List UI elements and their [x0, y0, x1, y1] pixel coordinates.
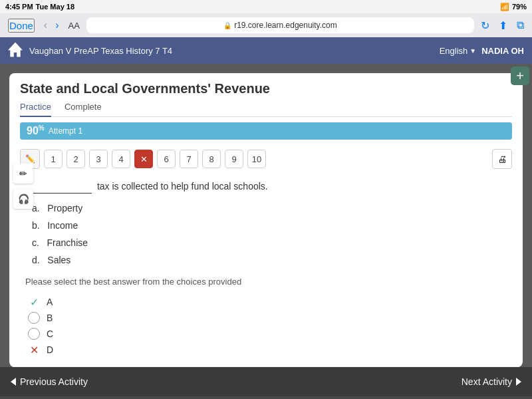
pencil-sidebar-icon: ✏: [19, 168, 27, 179]
audio-sidebar-button[interactable]: 🎧: [13, 189, 33, 209]
question-2-btn[interactable]: 2: [66, 150, 85, 168]
text-size-button[interactable]: AA: [68, 21, 80, 31]
question-text-after-blank: tax is collected to help fund local scho…: [97, 181, 268, 192]
choice-b: b. Income: [32, 219, 507, 233]
course-title: Vaughan V PreAP Texas History 7 T4: [29, 46, 172, 56]
lock-icon: 🔒: [223, 22, 231, 29]
answer-b-label: B: [47, 313, 53, 323]
page-title: State and Local Governments' Revenue: [20, 81, 512, 96]
tabs: Practice Complete: [20, 102, 512, 117]
time-display: 4:45 PM: [5, 3, 33, 11]
answer-c-indicator: [28, 328, 40, 340]
next-activity-label: Next Activity: [462, 376, 512, 387]
back-button[interactable]: ‹: [41, 18, 50, 33]
blank-line: [25, 193, 92, 194]
instruction-text: Please select the best answer from the c…: [25, 277, 507, 287]
answer-d-indicator: ✕: [28, 344, 40, 356]
content-area: + State and Local Governments' Revenue P…: [0, 64, 532, 367]
answer-option-a[interactable]: ✓ A: [28, 296, 507, 308]
prev-activity-label: Previous Activity: [20, 376, 88, 387]
answer-c-label: C: [47, 329, 53, 339]
tab-complete[interactable]: Complete: [65, 102, 102, 117]
browser-bar: Done ‹ › AA 🔒 r19.core.learn.edgenuity.c…: [0, 13, 532, 37]
dropdown-arrow-icon: ▼: [469, 47, 476, 55]
question-5-btn[interactable]: ✕: [134, 150, 153, 168]
status-bar: 4:45 PM Tue May 18 📶 79%: [0, 0, 532, 13]
question-7-btn[interactable]: 7: [180, 150, 198, 168]
print-icon: 🖨: [498, 154, 507, 164]
question-area: tax is collected to help fund local scho…: [9, 173, 523, 362]
question-9-btn[interactable]: 9: [225, 150, 243, 168]
question-6-btn[interactable]: 6: [157, 150, 176, 168]
choice-d: d. Sales: [32, 253, 507, 267]
share-button[interactable]: ⬆: [499, 19, 507, 32]
wifi-icon: 📶: [500, 3, 509, 11]
choice-c: c. Franchise: [32, 236, 507, 250]
question-nav: ✏️ 1 2 3 4 ✕ 6 7 8 9 10 🖨: [9, 145, 523, 173]
address-bar[interactable]: 🔒 r19.core.learn.edgenuity.com: [86, 17, 474, 33]
progress-section: 90% Attempt 1: [9, 117, 523, 145]
print-button[interactable]: 🖨: [492, 149, 512, 169]
choice-a: a. Property: [32, 201, 507, 215]
next-activity-button[interactable]: Next Activity: [462, 376, 521, 387]
answer-options: ✓ A B C ✕ D: [25, 296, 507, 356]
choices-list: a. Property b. Income c. Franchise d. Sa…: [32, 201, 507, 267]
answer-a-label: A: [47, 297, 53, 307]
home-button[interactable]: [8, 43, 23, 59]
next-arrow-icon: [516, 378, 521, 386]
tab-practice[interactable]: Practice: [20, 102, 51, 117]
battery-display: 79%: [512, 3, 527, 11]
submitted-bar: ✓ Submitted: [9, 366, 523, 367]
attempt-label: Attempt 1: [49, 126, 82, 136]
answer-option-b[interactable]: B: [28, 312, 507, 324]
prev-arrow-icon: [11, 378, 16, 386]
url-display: r19.core.learn.edgenuity.com: [234, 21, 337, 30]
refresh-button[interactable]: ↻: [481, 19, 489, 32]
answer-d-label: D: [47, 344, 53, 355]
language-label: English: [440, 46, 468, 56]
answer-a-indicator: ✓: [28, 296, 40, 308]
forward-button[interactable]: ›: [53, 18, 61, 33]
home-icon: [8, 43, 23, 57]
progress-percent: 90%: [27, 124, 45, 137]
answer-option-d[interactable]: ✕ D: [28, 344, 507, 356]
bookmarks-button[interactable]: ⧉: [517, 19, 524, 32]
user-name: NADIA OH: [481, 46, 524, 56]
plus-button[interactable]: +: [511, 66, 529, 85]
question-1-btn[interactable]: 1: [44, 150, 63, 168]
answer-b-indicator: [28, 312, 40, 324]
question-4-btn[interactable]: 4: [112, 150, 130, 168]
main-card: State and Local Governments' Revenue Pra…: [9, 73, 523, 367]
question-8-btn[interactable]: 8: [202, 150, 221, 168]
card-header: State and Local Governments' Revenue Pra…: [9, 73, 523, 117]
progress-bar: 90% Attempt 1: [20, 122, 512, 140]
headphones-sidebar-icon: 🎧: [18, 194, 29, 204]
pencil-sidebar-button[interactable]: ✏: [13, 164, 33, 184]
question-text: tax is collected to help fund local scho…: [25, 180, 507, 194]
language-selector[interactable]: English ▼: [440, 46, 477, 56]
question-10-btn[interactable]: 10: [247, 150, 266, 168]
done-button[interactable]: Done: [8, 19, 35, 33]
answer-option-c[interactable]: C: [28, 328, 507, 340]
bottom-bar: Previous Activity Next Activity: [0, 367, 532, 396]
question-3-btn[interactable]: 3: [89, 150, 108, 168]
date-display: Tue May 18: [36, 3, 75, 11]
nav-bar: Vaughan V PreAP Texas History 7 T4 Engli…: [0, 37, 532, 64]
prev-activity-button[interactable]: Previous Activity: [11, 376, 88, 387]
